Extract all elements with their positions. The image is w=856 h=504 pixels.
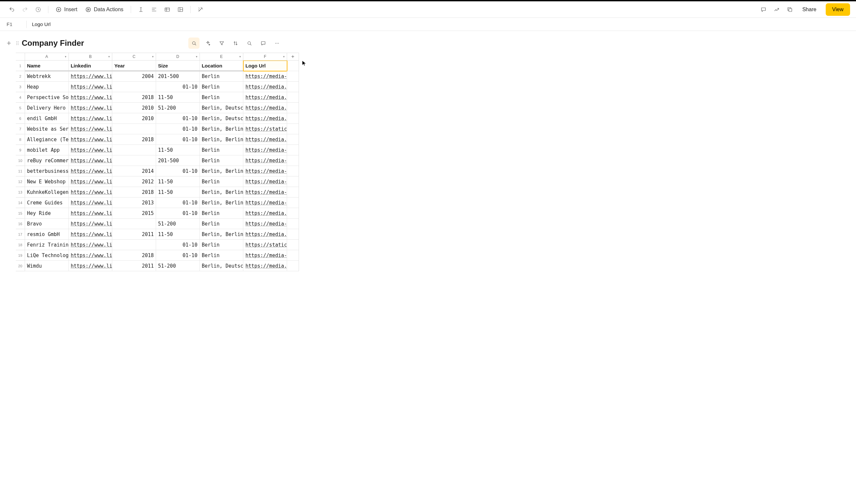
empty-cell[interactable] (287, 177, 299, 187)
row-number[interactable]: 2 (16, 71, 25, 82)
cell-linkedin[interactable]: https://www.link (69, 240, 112, 250)
cell-name[interactable]: Webtrekk (25, 71, 69, 82)
cell-linkedin[interactable]: https://www.link (69, 198, 112, 208)
cell-linkedin[interactable]: https://www.link (69, 124, 112, 134)
cell-year[interactable]: 2012 (112, 177, 156, 187)
cell-linkedin[interactable]: https://www.link (69, 82, 112, 92)
cell-size[interactable]: 01-10 (156, 82, 200, 92)
row-number[interactable]: 7 (16, 124, 25, 134)
row-number[interactable]: 14 (16, 198, 25, 208)
cell-linkedin[interactable]: https://www.link (69, 103, 112, 113)
header-cell[interactable]: Linkedin (69, 60, 112, 71)
header-cell[interactable]: Name (25, 60, 69, 71)
cell-location[interactable]: Berlin (200, 208, 244, 219)
cell-logo-url[interactable]: https://media-e (243, 145, 287, 156)
sheet-sort-button[interactable] (230, 38, 241, 49)
cell-logo-url[interactable]: https://media.lic (243, 261, 287, 271)
sheet-find-button[interactable] (244, 38, 255, 49)
sheet-comment-button[interactable] (257, 38, 269, 49)
cell-location[interactable]: Berlin, Berlin (200, 134, 244, 145)
row-number[interactable]: 5 (16, 103, 25, 113)
cell-size[interactable]: 51-200 (156, 261, 200, 271)
cell-logo-url[interactable]: https://media.lic (243, 134, 287, 145)
cell-size[interactable]: 11-50 (156, 229, 200, 240)
empty-cell[interactable] (287, 156, 299, 166)
cell-location[interactable]: Berlin, Deutschlan (200, 261, 244, 271)
cell-logo-url[interactable]: https://media-e (243, 198, 287, 208)
cell-name[interactable]: Wimdu (25, 261, 69, 271)
row-number[interactable]: 18 (16, 240, 25, 250)
history-button[interactable] (32, 4, 44, 16)
cell-name[interactable]: endil GmbH (25, 113, 69, 124)
row-number[interactable]: 6 (16, 113, 25, 124)
share-button[interactable]: Share (797, 4, 822, 16)
cell-size[interactable]: 201-500 (156, 156, 200, 166)
cell-linkedin[interactable]: https://www.link (69, 208, 112, 219)
column-header-D[interactable]: D▾ (156, 53, 200, 60)
cell-size[interactable]: 11-50 (156, 145, 200, 156)
column-header-E[interactable]: E▾ (200, 53, 244, 60)
cell-logo-url[interactable]: https://media.lic (243, 92, 287, 103)
cell-logo-url[interactable]: https://media.lic (243, 82, 287, 92)
cell-name[interactable]: Website as Service (25, 124, 69, 134)
cell-year[interactable]: 2014 (112, 166, 156, 177)
row-number[interactable]: 13 (16, 187, 25, 198)
sheet-title[interactable]: Company Finder (22, 38, 84, 48)
cell-location[interactable]: Berlin (200, 71, 244, 82)
column-header-B[interactable]: B▾ (69, 53, 112, 60)
empty-cell[interactable] (287, 240, 299, 250)
data-actions-button[interactable]: Data Actions (82, 4, 127, 16)
cell-name[interactable]: New E Webshop (25, 177, 69, 187)
comment-button[interactable] (757, 4, 769, 16)
copy-button[interactable] (784, 4, 796, 16)
empty-cell[interactable] (287, 113, 299, 124)
cell-linkedin[interactable]: https://www.link (69, 134, 112, 145)
cell-location[interactable]: Berlin, Berlin (200, 166, 244, 177)
cell-location[interactable]: Berlin (200, 219, 244, 229)
row-number[interactable]: 16 (16, 219, 25, 229)
cell-logo-url[interactable]: https://media-e (243, 71, 287, 82)
text-format-button[interactable] (135, 4, 147, 16)
cell-size[interactable]: 11-50 (156, 187, 200, 198)
cell-year[interactable] (112, 240, 156, 250)
cell-year[interactable] (112, 82, 156, 92)
redo-button[interactable] (19, 4, 31, 16)
cell-year[interactable]: 2010 (112, 103, 156, 113)
cell-year[interactable]: 2018 (112, 250, 156, 261)
row-number[interactable]: 1 (16, 60, 25, 71)
empty-cell[interactable] (287, 198, 299, 208)
cell-linkedin[interactable]: https://www.link (69, 166, 112, 177)
cell-location[interactable]: Berlin, Berlin (200, 187, 244, 198)
cell-name[interactable]: mobilet App (25, 145, 69, 156)
insert-button[interactable]: Insert (52, 4, 81, 16)
cell-logo-url[interactable]: https://media.lic (243, 208, 287, 219)
cell-location[interactable]: Berlin, Deutschlan (200, 113, 244, 124)
cell-year[interactable]: 2011 (112, 261, 156, 271)
empty-cell[interactable] (287, 92, 299, 103)
align-button[interactable] (148, 4, 160, 16)
cell-size[interactable]: 01-10 (156, 240, 200, 250)
cell-year[interactable]: 2013 (112, 198, 156, 208)
cell-year[interactable]: 2010 (112, 113, 156, 124)
column-header-C[interactable]: C▾ (112, 53, 156, 60)
cell-location[interactable]: Berlin, Deutschlan (200, 103, 244, 113)
cell-location[interactable]: Berlin (200, 177, 244, 187)
cell-year[interactable]: 2004 (112, 71, 156, 82)
magic-button[interactable] (195, 4, 207, 16)
cell-name[interactable]: Bravo (25, 219, 69, 229)
cell-name[interactable]: Hey Ride (25, 208, 69, 219)
cell-location[interactable]: Berlin (200, 92, 244, 103)
header-cell[interactable]: Size (156, 60, 200, 71)
cell-year[interactable]: 2015 (112, 208, 156, 219)
cell-linkedin[interactable]: https://www.link (69, 187, 112, 198)
cell-location[interactable]: Berlin, Berlin (200, 198, 244, 208)
cell-logo-url[interactable]: https://media-e (243, 156, 287, 166)
empty-cell[interactable] (287, 124, 299, 134)
cell-name[interactable]: Heap (25, 82, 69, 92)
cell-linkedin[interactable]: https://www.link (69, 156, 112, 166)
cell-location[interactable]: Berlin (200, 82, 244, 92)
cell-linkedin[interactable]: https://www.link (69, 229, 112, 240)
cell-name[interactable]: Creme Guides (25, 198, 69, 208)
sheet-ai-button[interactable] (202, 38, 213, 49)
cell-location[interactable]: Berlin (200, 250, 244, 261)
